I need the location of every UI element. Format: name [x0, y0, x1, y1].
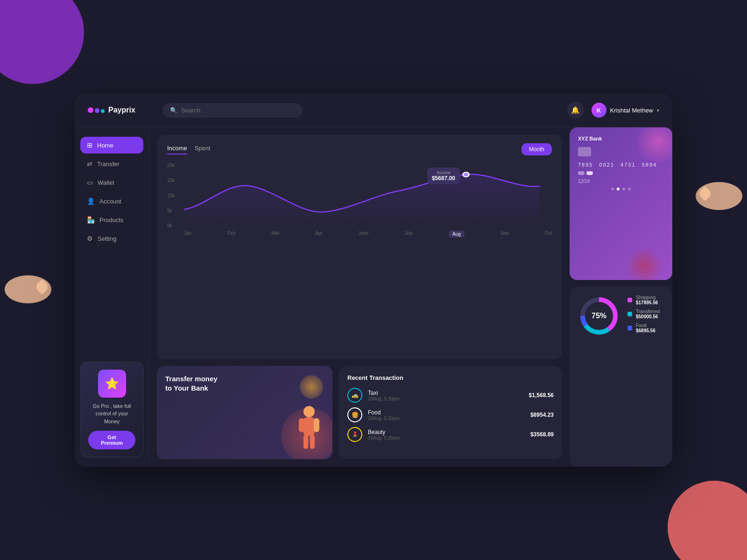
legend-name-shopping: Shopping	[636, 295, 664, 300]
donut-legend: Shopping $17895.56 Transferred $50000.56	[627, 295, 664, 337]
chart-svg	[184, 163, 552, 228]
card-dot-3	[622, 188, 625, 190]
legend-info-food: Food $6895.56	[636, 323, 664, 333]
x-label-apr: Apr	[315, 231, 323, 238]
tab-spent[interactable]: Spent	[195, 145, 211, 154]
sidebar-item-home[interactable]: ⊞ Home	[80, 137, 143, 154]
chart-header: Income Spent Month	[167, 143, 552, 155]
card-dot-2	[617, 188, 620, 190]
sidebar-item-setting[interactable]: ⚙ Setting	[80, 230, 143, 247]
chart-y-labels: 20k 15k 10k 5k 0k	[167, 163, 175, 228]
transfer-card[interactable]: Transfer moneyto Your Bank	[157, 366, 332, 459]
taxi-info: Taxi 16Aug, 5:30pm	[368, 390, 523, 401]
sidebar-item-transfer-label: Transfer	[97, 161, 120, 168]
transaction-card-title: Recent Transaction	[347, 374, 554, 381]
month-button[interactable]: Month	[521, 143, 552, 155]
logo-dot-1	[88, 107, 93, 113]
beauty-icon: 💄	[347, 427, 362, 442]
chart-card: Income Spent Month 20k 15k 10k 5k 0k	[157, 135, 562, 359]
beauty-name: Beauty	[368, 429, 525, 435]
donut-card: 75% Shopping $17895.56	[570, 287, 672, 467]
legend-dot-transferred	[627, 312, 632, 316]
notification-bell-button[interactable]: 🔔	[567, 102, 584, 119]
bg-blob-purple	[0, 0, 84, 84]
legend-transferred: Transferred $50000.56	[627, 309, 664, 319]
svg-rect-9	[299, 418, 304, 432]
topbar-right: 🔔 K Krishtal Methew ▾	[567, 102, 659, 119]
toggle-dot-1	[578, 171, 585, 175]
pro-card-image: ⭐	[98, 370, 126, 398]
content-area: Income Spent Month 20k 15k 10k 5k 0k	[149, 127, 570, 467]
sidebar-item-products[interactable]: 🏪 Products	[80, 211, 143, 228]
main-area: ⊞ Home ⇄ Transfer ▭ Wallet 👤 Account 🏪 P…	[75, 127, 672, 467]
search-input[interactable]	[181, 107, 295, 114]
donut-percentage: 75%	[592, 312, 606, 320]
bg-blob-pink	[668, 481, 747, 560]
search-bar[interactable]: 🔍	[162, 103, 303, 118]
transaction-item-food: 🍔 Food 16Aug, 5:30pm $8954.23	[347, 407, 554, 422]
sidebar-item-account[interactable]: 👤 Account	[80, 193, 143, 210]
get-premium-button[interactable]: Get Premium	[88, 431, 135, 449]
account-icon: 👤	[87, 197, 95, 205]
donut-container: 75% Shopping $17895.56	[578, 295, 664, 337]
svg-rect-8	[303, 417, 315, 436]
y-label-20k: 20k	[167, 163, 175, 168]
legend-info-shopping: Shopping $17895.56	[636, 295, 664, 305]
legend-shopping: Shopping $17895.56	[627, 295, 664, 305]
card-num-3: 4731	[620, 162, 635, 168]
transaction-card: Recent Transaction 🚕 Taxi 16Aug, 5:30pm …	[339, 366, 562, 459]
card-dot-1	[611, 188, 614, 190]
taxi-date: 16Aug, 5:30pm	[368, 396, 523, 401]
dashboard: Payprix 🔍 🔔 K Krishtal Methew ▾ ⊞ Home	[75, 93, 672, 467]
legend-dot-shopping	[627, 298, 632, 302]
bottom-row: Transfer moneyto Your Bank	[157, 366, 562, 459]
user-info[interactable]: K Krishtal Methew ▾	[592, 103, 659, 118]
card-toggle	[578, 171, 664, 175]
card-expiry: 12/24	[578, 179, 664, 184]
sidebar-item-products-label: Products	[99, 217, 123, 224]
svg-rect-2	[40, 280, 44, 294]
donut-chart: 75%	[578, 295, 620, 337]
sidebar-item-wallet[interactable]: ▭ Wallet	[80, 174, 143, 191]
legend-name-food: Food	[636, 323, 664, 328]
topbar: Payprix 🔍 🔔 K Krishtal Methew ▾	[75, 93, 672, 127]
transaction-list: 🚕 Taxi 16Aug, 5:30pm $1,568.56 🍔 Food	[347, 388, 554, 442]
taxi-icon: 🚕	[347, 388, 362, 403]
taxi-name: Taxi	[368, 390, 523, 396]
wallet-icon: ▭	[87, 179, 93, 186]
x-label-june: June	[359, 231, 369, 238]
legend-food: Food $6895.56	[627, 323, 664, 333]
card-chip	[578, 147, 591, 156]
y-label-10k: 10k	[167, 193, 175, 198]
logo-text: Payprix	[108, 106, 135, 114]
logo: Payprix	[88, 106, 153, 114]
sidebar-item-transfer[interactable]: ⇄ Transfer	[80, 155, 143, 172]
chart-x-labels: Jan Feb Mar Apr June July Aug Sep Oct	[184, 231, 552, 238]
transaction-item-taxi: 🚕 Taxi 16Aug, 5:30pm $1,568.56	[347, 388, 554, 403]
sidebar-item-home-label: Home	[97, 142, 113, 149]
pro-card: ⭐ Go Pro , take full control of your Mon…	[80, 362, 143, 458]
legend-value-shopping: $17895.56	[636, 300, 664, 305]
y-label-15k: 15k	[167, 178, 175, 183]
legend-name-transferred: Transferred	[636, 309, 664, 314]
logo-icon	[88, 107, 105, 113]
avatar: K	[592, 103, 606, 118]
card-nav-dots	[578, 188, 664, 190]
hand-left-decoration	[0, 271, 56, 308]
chart-tabs: Income Spent	[167, 145, 211, 154]
transfer-icon: ⇄	[87, 160, 92, 168]
legend-info-transferred: Transferred $50000.56	[636, 309, 664, 319]
svg-rect-11	[303, 435, 308, 449]
svg-point-6	[463, 172, 469, 177]
x-label-mar: Mar	[271, 231, 279, 238]
legend-value-transferred: $50000.56	[636, 314, 664, 319]
tooltip-value: $5687.00	[432, 175, 455, 182]
income-tooltip: Income $5687.00	[427, 168, 460, 184]
tab-income[interactable]: Income	[167, 145, 187, 154]
beauty-amount: $3568.89	[530, 431, 554, 438]
username: Krishtal Methew	[610, 107, 653, 114]
chart-area: 20k 15k 10k 5k 0k	[167, 163, 552, 238]
beauty-date: 16Aug, 5:30pm	[368, 435, 525, 441]
chevron-down-icon: ▾	[657, 108, 659, 113]
bank-card[interactable]: XYZ Bank 7895 0021 4731 5894 12/24	[570, 127, 672, 280]
